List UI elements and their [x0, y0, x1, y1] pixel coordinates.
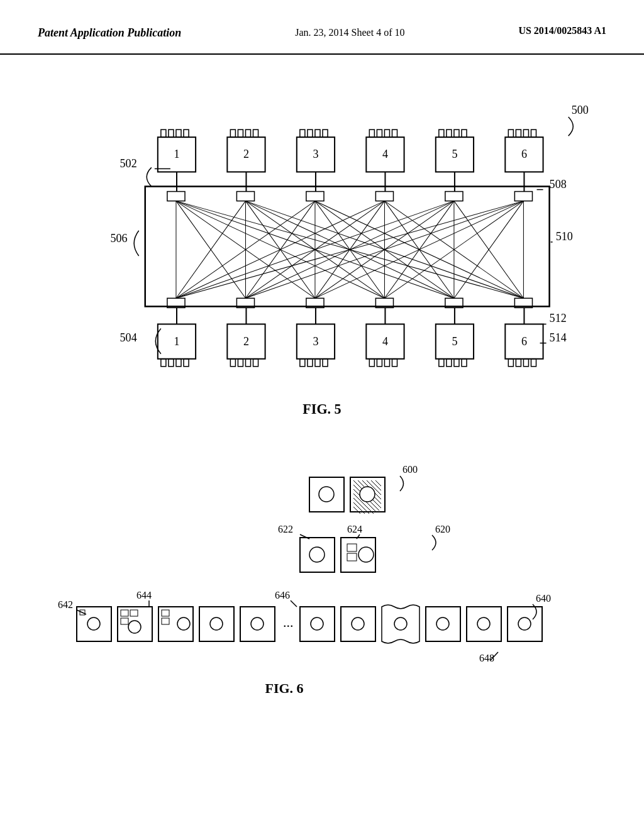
svg-rect-6: [230, 130, 235, 137]
svg-rect-187: [467, 607, 501, 641]
svg-rect-104: [176, 359, 181, 367]
fig6-diagram: 600: [38, 451, 606, 721]
svg-rect-154: [300, 538, 335, 572]
top-device-2: 2: [227, 130, 265, 172]
header-right: US 2014/0025843 A1: [518, 25, 606, 36]
fig6-device-644: [118, 607, 152, 641]
bottom-device-4: 4: [366, 324, 404, 367]
ref-640: 640: [536, 593, 551, 604]
svg-rect-170: [121, 618, 128, 624]
svg-rect-33: [531, 130, 536, 137]
svg-point-137: [319, 487, 334, 502]
svg-rect-27: [462, 130, 467, 137]
svg-rect-9: [253, 130, 258, 137]
svg-rect-127: [447, 359, 452, 367]
ref-510: 510: [556, 230, 573, 243]
svg-rect-110: [245, 359, 250, 367]
ref-600: 600: [402, 464, 418, 475]
publication-label: Patent Application Publication: [38, 26, 181, 39]
svg-rect-178: [240, 607, 275, 641]
svg-point-190: [518, 617, 531, 630]
svg-text:6: 6: [521, 335, 527, 348]
bottom-device-2: 2: [227, 324, 265, 367]
svg-rect-185: [426, 607, 460, 641]
svg-rect-114: [300, 359, 305, 367]
top-device-6: 6: [505, 130, 543, 172]
svg-rect-132: [508, 359, 513, 367]
svg-point-183: [352, 617, 364, 630]
svg-rect-102: [161, 359, 166, 367]
ref-642: 642: [58, 599, 73, 610]
svg-rect-174: [162, 618, 169, 624]
svg-rect-40: [306, 192, 324, 201]
svg-rect-169: [130, 610, 138, 616]
main-content: 500 502 1: [0, 55, 644, 740]
svg-rect-133: [516, 359, 521, 367]
svg-rect-126: [439, 359, 444, 367]
svg-rect-1: [169, 130, 174, 137]
svg-text:4: 4: [382, 148, 388, 160]
svg-rect-42: [445, 192, 463, 201]
svg-rect-20: [384, 130, 389, 137]
bottom-device-6: 6: [505, 324, 543, 367]
svg-rect-157: [347, 544, 357, 551]
svg-point-184: [394, 617, 407, 630]
svg-text:3: 3: [313, 335, 318, 348]
svg-rect-115: [308, 359, 313, 367]
page-header: Patent Application Publication Jan. 23, …: [0, 0, 644, 55]
svg-rect-168: [121, 610, 128, 616]
fig6-device-4: [199, 607, 234, 641]
svg-rect-111: [253, 359, 258, 367]
top-device-3: 3: [297, 130, 335, 172]
header-center: Jan. 23, 2014 Sheet 4 of 10: [295, 25, 404, 40]
ref-514: 514: [550, 331, 567, 344]
ref-506: 506: [111, 232, 128, 245]
fig6-container: 600: [38, 451, 606, 721]
top-device-1: 1: [158, 130, 196, 172]
brace-620: [432, 535, 436, 550]
svg-rect-116: [315, 359, 320, 367]
svg-rect-182: [341, 607, 375, 641]
brace-502: [147, 168, 152, 187]
svg-rect-3: [184, 130, 189, 137]
fig5-container: 500 502 1: [38, 74, 606, 438]
svg-rect-19: [377, 130, 382, 137]
svg-rect-105: [184, 359, 189, 367]
ref-502: 502: [120, 158, 137, 170]
svg-text:2: 2: [243, 335, 249, 348]
fig6-device-646: [300, 607, 335, 641]
ellipsis: ...: [283, 614, 294, 630]
svg-rect-14: [315, 130, 320, 137]
svg-rect-32: [523, 130, 528, 137]
svg-rect-128: [454, 359, 459, 367]
svg-text:6: 6: [521, 148, 527, 160]
top-device-5: 5: [436, 130, 474, 172]
svg-rect-21: [392, 130, 397, 137]
ref-504: 504: [120, 331, 137, 344]
svg-text:5: 5: [452, 335, 457, 348]
svg-rect-25: [447, 130, 452, 137]
svg-rect-173: [162, 610, 169, 616]
svg-text:3: 3: [313, 148, 318, 160]
svg-rect-120: [369, 359, 374, 367]
svg-point-188: [477, 617, 490, 630]
svg-point-175: [177, 617, 190, 630]
fig6-device-3: [158, 607, 193, 641]
svg-text:4: 4: [382, 335, 388, 348]
svg-rect-129: [462, 359, 467, 367]
svg-rect-31: [516, 130, 521, 137]
svg-rect-30: [508, 130, 513, 137]
svg-rect-180: [300, 607, 335, 641]
svg-rect-15: [323, 130, 328, 137]
svg-rect-135: [531, 359, 536, 367]
fig6-device-624: [341, 538, 375, 572]
svg-text:5: 5: [452, 148, 457, 160]
date-sheet-label: Jan. 23, 2014 Sheet 4 of 10: [295, 27, 404, 38]
svg-rect-2: [176, 130, 181, 137]
svg-rect-103: [169, 359, 174, 367]
ref-646: 646: [275, 590, 290, 600]
svg-text:1: 1: [174, 335, 179, 348]
fig6-device-648: [382, 605, 419, 643]
svg-rect-108: [230, 359, 235, 367]
ref-508: 508: [550, 178, 567, 191]
